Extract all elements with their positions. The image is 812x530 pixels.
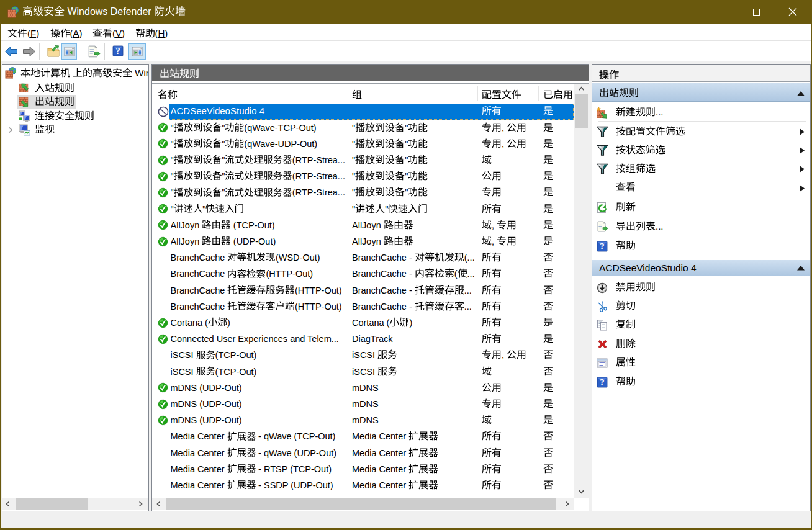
svg-text:?: ? (600, 377, 605, 387)
svg-text:?: ? (600, 241, 605, 251)
svg-text:?: ? (115, 46, 120, 56)
